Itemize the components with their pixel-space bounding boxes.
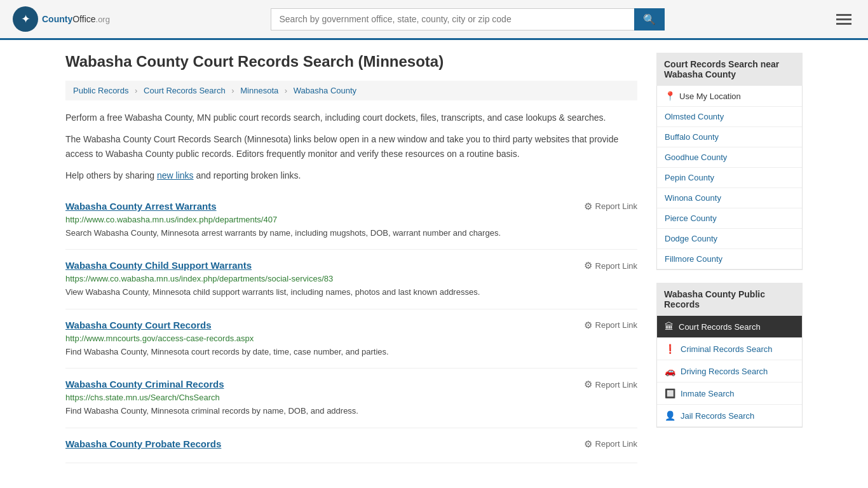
list-item[interactable]: Olmsted County [657, 107, 802, 127]
resource-title-link[interactable]: Wabasha County Arrest Warrants [65, 201, 217, 212]
breadcrumb-court-records-search[interactable]: Court Records Search [144, 86, 226, 95]
list-item[interactable]: Winona County [657, 188, 802, 208]
breadcrumb-public-records[interactable]: Public Records [73, 86, 128, 95]
list-item[interactable]: Buffalo County [657, 127, 802, 147]
breadcrumb-sep: › [231, 86, 234, 95]
pierce-county-link[interactable]: Pierce County [657, 208, 802, 229]
pepin-county-link[interactable]: Pepin County [657, 168, 802, 188]
page-title: Wabasha County Court Records Search (Min… [65, 53, 637, 71]
list-item[interactable]: Fillmore County [657, 249, 802, 269]
resource-description: Search Wabasha County, Minnesota arrest … [65, 227, 637, 240]
breadcrumb-sep: › [285, 86, 287, 95]
description-3: Help others by sharing new links and rep… [65, 168, 637, 182]
resource-item: Wabasha County Criminal Records ⚙ Report… [65, 369, 637, 428]
report-icon: ⚙ [584, 438, 592, 450]
resource-item: Wabasha County Court Records ⚙ Report Li… [65, 309, 637, 369]
inmate-icon: 🔲 [665, 388, 675, 398]
list-item[interactable]: Dodge County [657, 229, 802, 249]
resource-url[interactable]: https://chs.state.mn.us/Search/ChsSearch [65, 393, 637, 402]
list-item[interactable]: Pepin County [657, 168, 802, 188]
list-item[interactable]: 🚗 Driving Records Search [657, 360, 802, 383]
hamburger-menu-button[interactable] [832, 10, 855, 29]
list-item[interactable]: Pierce County [657, 208, 802, 229]
list-item[interactable]: Goodhue County [657, 147, 802, 168]
list-item[interactable]: ❗ Criminal Records Search [657, 338, 802, 360]
resource-description: Find Wabasha County, Minnesota court rec… [65, 346, 637, 358]
use-location-item[interactable]: 📍 Use My Location [657, 86, 802, 107]
resource-title-link[interactable]: Wabasha County Court Records [65, 320, 211, 330]
hamburger-icon [836, 14, 851, 16]
use-location-label: Use My Location [679, 92, 741, 101]
resource-item: Wabasha County Arrest Warrants ⚙ Report … [65, 191, 637, 250]
resource-title-link[interactable]: Wabasha County Probate Records [65, 438, 221, 449]
use-location-link[interactable]: 📍 Use My Location [657, 86, 802, 107]
report-icon: ⚙ [584, 379, 592, 390]
report-link-label: Report Link [595, 439, 637, 449]
nearby-counties-list: 📍 Use My Location Olmsted County Buffalo… [656, 86, 803, 270]
breadcrumb-wabasha-county[interactable]: Wabasha County [294, 86, 356, 95]
report-link-button[interactable]: ⚙ Report Link [584, 379, 637, 390]
report-icon: ⚙ [584, 320, 592, 331]
search-input[interactable] [271, 8, 634, 30]
breadcrumb: Public Records › Court Records Search › … [65, 81, 637, 100]
report-link-button[interactable]: ⚙ Report Link [584, 438, 637, 450]
list-item[interactable]: 🔲 Inmate Search [657, 383, 802, 405]
fillmore-county-link[interactable]: Fillmore County [657, 249, 802, 269]
records-section-title: Wabasha County Public Records [656, 283, 803, 316]
inmate-search-link[interactable]: 🔲 Inmate Search [657, 383, 802, 404]
resource-title-link[interactable]: Wabasha County Child Support Warrants [65, 260, 252, 271]
description-2: The Wabasha County Court Records Search … [65, 132, 637, 161]
search-button[interactable]: 🔍 [634, 8, 665, 30]
buffalo-county-link[interactable]: Buffalo County [657, 127, 802, 147]
report-icon: ⚙ [584, 260, 592, 271]
resource-title-link[interactable]: Wabasha County Criminal Records [65, 379, 224, 390]
search-icon: 🔍 [643, 14, 656, 25]
report-icon: ⚙ [584, 201, 592, 212]
goodhue-county-link[interactable]: Goodhue County [657, 147, 802, 168]
list-item[interactable]: 🏛 Court Records Search [657, 316, 802, 338]
criminal-icon: ❗ [665, 344, 675, 354]
logo-icon: ✦ [13, 6, 38, 32]
report-link-label: Report Link [595, 380, 637, 390]
report-link-button[interactable]: ⚙ Report Link [584, 201, 637, 212]
report-link-button[interactable]: ⚙ Report Link [584, 320, 637, 331]
driving-icon: 🚗 [665, 366, 675, 376]
criminal-records-search-link[interactable]: ❗ Criminal Records Search [657, 338, 802, 360]
driving-records-search-link[interactable]: 🚗 Driving Records Search [657, 360, 802, 382]
resource-item: Wabasha County Probate Records ⚙ Report … [65, 428, 637, 463]
list-item[interactable]: 👤 Jail Records Search [657, 405, 802, 427]
breadcrumb-sep: › [135, 86, 137, 95]
resource-description: Find Wabasha County, Minnesota criminal … [65, 405, 637, 417]
location-icon: 📍 [665, 91, 675, 101]
resource-description: View Wabasha County, Minnesota child sup… [65, 286, 637, 299]
jail-icon: 👤 [665, 410, 675, 421]
logo[interactable]: ✦ CountyOffice.org [13, 6, 110, 32]
jail-records-search-link[interactable]: 👤 Jail Records Search [657, 405, 802, 426]
resource-url[interactable]: http://www.co.wabasha.mn.us/index.php/de… [65, 215, 637, 224]
court-icon: 🏛 [665, 322, 674, 332]
breadcrumb-minnesota[interactable]: Minnesota [240, 86, 278, 95]
resources-list: Wabasha County Arrest Warrants ⚙ Report … [65, 191, 637, 463]
dodge-county-link[interactable]: Dodge County [657, 229, 802, 249]
report-link-label: Report Link [595, 320, 637, 330]
report-link-button[interactable]: ⚙ Report Link [584, 260, 637, 271]
description-1: Perform a free Wabasha County, MN public… [65, 111, 637, 125]
sidebar: Court Records Search near Wabasha County… [656, 53, 803, 463]
hamburger-icon [836, 18, 851, 20]
resource-url[interactable]: https://www.co.wabasha.mn.us/index.php/d… [65, 274, 637, 283]
winona-county-link[interactable]: Winona County [657, 188, 802, 208]
report-link-label: Report Link [595, 201, 637, 211]
hamburger-icon [836, 23, 851, 25]
new-links-link[interactable]: new links [157, 170, 194, 180]
content-area: Wabasha County Court Records Search (Min… [65, 53, 637, 463]
resource-item: Wabasha County Child Support Warrants ⚙ … [65, 250, 637, 309]
olmsted-county-link[interactable]: Olmsted County [657, 107, 802, 127]
resource-url[interactable]: http://www.mncourts.gov/access-case-reco… [65, 334, 637, 343]
court-records-search-link[interactable]: 🏛 Court Records Search [657, 316, 802, 337]
search-bar: 🔍 [271, 8, 665, 30]
report-link-label: Report Link [595, 261, 637, 271]
records-list: 🏛 Court Records Search ❗ Criminal Record… [656, 316, 803, 428]
logo-text: CountyOffice.org [42, 14, 110, 24]
nearby-section-title: Court Records Search near Wabasha County [656, 53, 803, 86]
